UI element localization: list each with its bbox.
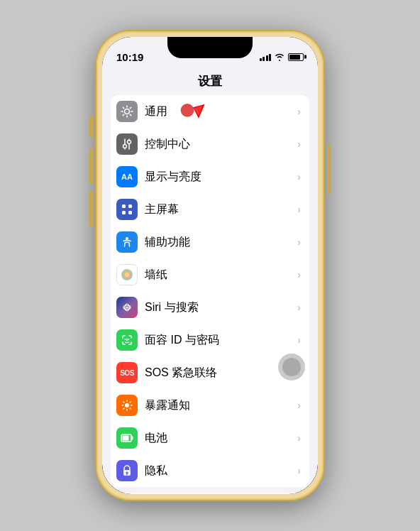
settings-list-store: App Store › bbox=[111, 493, 309, 494]
battery-icon bbox=[288, 53, 304, 61]
faceid-label: 面容 ID 与密码 bbox=[145, 333, 297, 348]
privacy-icon bbox=[116, 460, 138, 481]
svg-point-16 bbox=[126, 307, 128, 309]
battery-fill bbox=[289, 55, 300, 60]
svg-point-18 bbox=[128, 339, 130, 340]
screen: 10:19 bbox=[102, 37, 318, 494]
assistive-touch-button[interactable] bbox=[278, 354, 305, 381]
svg-rect-10 bbox=[128, 211, 132, 214]
settings-item-faceid[interactable]: 面容 ID 与密码 › bbox=[111, 324, 309, 356]
wifi-icon bbox=[275, 53, 284, 61]
svg-rect-8 bbox=[128, 204, 132, 208]
settings-section-store: App Store › bbox=[102, 493, 318, 494]
settings-item-wallpaper[interactable]: 墙纸 › bbox=[111, 258, 309, 291]
svg-rect-23 bbox=[123, 436, 129, 441]
page-title: 设置 bbox=[198, 73, 222, 89]
sos-label: SOS 紧急联络 bbox=[145, 366, 297, 381]
status-bar: 10:19 bbox=[102, 37, 318, 68]
status-icons bbox=[260, 53, 304, 61]
siri-chevron: › bbox=[297, 302, 301, 313]
homescreen-chevron: › bbox=[297, 204, 301, 215]
phone-inner: 10:19 bbox=[102, 37, 318, 494]
control-label: 控制中心 bbox=[145, 137, 297, 152]
settings-section-main: 通用 › bbox=[102, 95, 318, 487]
accessibility-chevron: › bbox=[297, 236, 301, 248]
battery-chevron: › bbox=[297, 432, 301, 444]
settings-item-privacy[interactable]: 隐私 › bbox=[111, 454, 309, 487]
control-icon bbox=[116, 133, 138, 155]
settings-item-battery[interactable]: 电池 › bbox=[111, 422, 309, 454]
svg-point-13 bbox=[125, 273, 129, 277]
settings-item-general[interactable]: 通用 › bbox=[111, 95, 309, 128]
faceid-icon bbox=[116, 329, 138, 351]
status-time: 10:19 bbox=[116, 51, 143, 63]
svg-point-0 bbox=[125, 109, 130, 114]
mute-switch bbox=[89, 116, 93, 138]
display-icon: AA bbox=[116, 166, 138, 187]
svg-rect-22 bbox=[131, 437, 133, 440]
settings-item-appstore[interactable]: App Store › bbox=[111, 493, 309, 494]
volume-up-button bbox=[89, 148, 93, 184]
accessibility-label: 辅助功能 bbox=[145, 235, 297, 250]
wallpaper-label: 墙纸 bbox=[145, 268, 297, 283]
wallpaper-chevron: › bbox=[297, 269, 301, 280]
settings-item-display[interactable]: AA 显示与亮度 › bbox=[111, 160, 309, 193]
settings-scroll[interactable]: 通用 › bbox=[102, 95, 318, 494]
general-icon bbox=[116, 101, 138, 122]
homescreen-label: 主屏幕 bbox=[145, 202, 297, 217]
privacy-label: 隐私 bbox=[145, 464, 297, 478]
volume-down-button bbox=[89, 191, 93, 226]
display-label: 显示与亮度 bbox=[145, 170, 297, 185]
phone-frame: 10:19 bbox=[96, 31, 324, 500]
privacy-chevron: › bbox=[297, 465, 301, 476]
notch bbox=[167, 37, 253, 58]
settings-item-exposure[interactable]: 暴露通知 › bbox=[111, 389, 309, 422]
general-label: 通用 bbox=[145, 104, 297, 119]
svg-point-20 bbox=[125, 403, 129, 407]
display-chevron: › bbox=[297, 171, 301, 182]
wallpaper-icon bbox=[116, 264, 138, 285]
exposure-label: 暴露通知 bbox=[145, 398, 297, 413]
accessibility-icon bbox=[116, 231, 138, 253]
svg-rect-7 bbox=[122, 204, 126, 208]
svg-point-17 bbox=[125, 339, 126, 340]
svg-point-11 bbox=[126, 237, 128, 240]
battery-label: 电池 bbox=[145, 431, 297, 446]
signal-icon bbox=[260, 53, 272, 61]
svg-rect-9 bbox=[122, 211, 126, 214]
siri-icon bbox=[116, 297, 138, 318]
settings-item-homescreen[interactable]: 主屏幕 › bbox=[111, 193, 309, 226]
faceid-chevron: › bbox=[297, 334, 301, 346]
homescreen-icon bbox=[116, 199, 138, 220]
siri-label: Siri 与搜索 bbox=[145, 300, 297, 315]
exposure-chevron: › bbox=[297, 400, 301, 411]
settings-item-siri[interactable]: Siri 与搜索 › bbox=[111, 291, 309, 324]
settings-item-control[interactable]: 控制中心 › bbox=[111, 128, 309, 160]
battery-settings-icon bbox=[116, 427, 138, 449]
settings-list-main: 通用 › bbox=[111, 95, 309, 487]
general-chevron: › bbox=[297, 106, 301, 117]
sos-icon: SOS bbox=[116, 362, 138, 383]
nav-bar: 设置 bbox=[102, 68, 318, 95]
exposure-icon bbox=[116, 395, 138, 416]
settings-item-accessibility[interactable]: 辅助功能 › bbox=[111, 226, 309, 258]
power-button bbox=[327, 145, 331, 195]
control-chevron: › bbox=[297, 138, 301, 150]
